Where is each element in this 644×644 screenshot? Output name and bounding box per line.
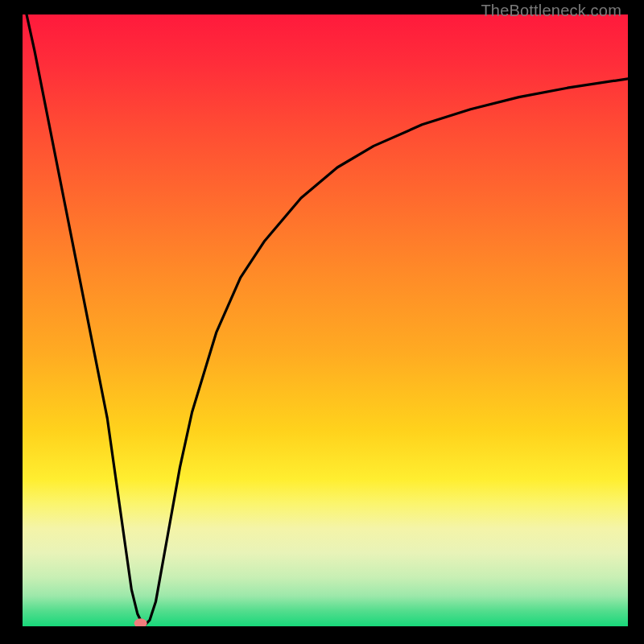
watermark-label: TheBottleneck.com [481,2,621,20]
chart-frame: TheBottleneck.com [0,0,644,644]
plot-background [23,14,628,626]
